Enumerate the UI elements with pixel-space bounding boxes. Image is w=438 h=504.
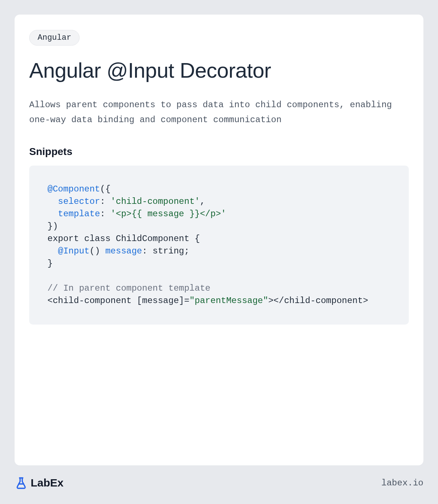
code-token: message	[105, 246, 142, 256]
snippets-heading: Snippets	[29, 146, 409, 158]
code-token: <child-component [message]=	[47, 296, 189, 306]
code-token: '<p>{{ message }}</p>'	[111, 209, 226, 219]
code-token: ()	[89, 246, 105, 256]
footer-url: labex.io	[381, 478, 423, 488]
description-text: Allows parent components to pass data in…	[29, 98, 409, 128]
flask-icon	[15, 476, 28, 489]
code-token: ,	[200, 197, 205, 206]
code-token: }	[47, 259, 53, 268]
page-title: Angular @Input Decorator	[29, 58, 409, 82]
footer: LabEx labex.io	[15, 465, 423, 489]
logo-text: LabEx	[31, 477, 64, 489]
content-card: Angular Angular @Input Decorator Allows …	[15, 15, 423, 465]
code-token: :	[100, 209, 111, 219]
code-token: 'child-component'	[111, 197, 200, 206]
code-token: ></child-component>	[268, 296, 368, 306]
code-token	[47, 209, 58, 219]
code-token: @Component	[47, 184, 100, 194]
code-token: :	[100, 197, 111, 206]
code-token: @Input	[58, 246, 89, 256]
code-token: "parentMessage"	[189, 296, 268, 306]
code-token	[47, 197, 58, 206]
category-tag: Angular	[29, 30, 80, 46]
logo: LabEx	[15, 476, 64, 489]
code-token: // In parent component template	[47, 283, 210, 293]
code-token: ({	[100, 184, 111, 194]
code-snippet: @Component({ selector: 'child-component'…	[29, 166, 409, 325]
code-token: selector	[58, 197, 100, 206]
code-token: export class ChildComponent {	[47, 234, 200, 244]
code-token: template	[58, 209, 100, 219]
code-token: : string;	[142, 246, 189, 256]
code-token	[47, 246, 58, 256]
code-token: })	[47, 221, 58, 231]
